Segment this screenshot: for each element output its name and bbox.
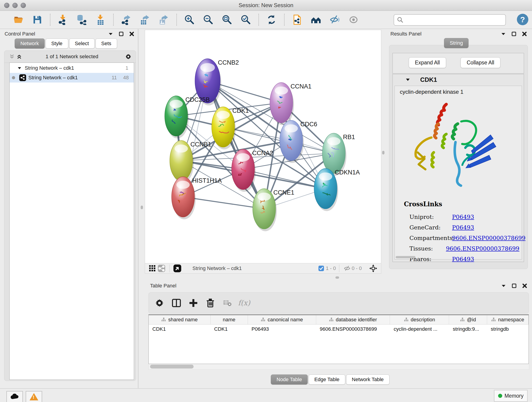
network-row-label: String Network – cdk1 <box>28 75 78 81</box>
table-cell[interactable]: CDK1 <box>149 325 210 334</box>
hidden-eye-icon[interactable] <box>342 264 352 273</box>
network-collection-row[interactable]: String Network – cdk1 1 <box>10 64 134 72</box>
network-view-icon[interactable] <box>157 264 166 273</box>
results-panel-collapse-icon[interactable] <box>500 31 507 37</box>
results-panel-float-icon[interactable] <box>510 31 517 37</box>
network-canvas[interactable]: CCNB2CCNA1CDC25BCDK1CDC6RB1CCNB1CCNA2CDK… <box>145 30 381 263</box>
birds-eye-view-icon[interactable] <box>173 264 182 273</box>
import-network-file-button[interactable] <box>56 13 70 26</box>
collapse-all-button[interactable]: Collapse All <box>461 57 500 68</box>
warning-button[interactable] <box>26 391 42 402</box>
table-settings-gear-icon[interactable] <box>152 296 167 310</box>
help-button[interactable]: ? <box>517 14 528 25</box>
table-tab-edge-table[interactable]: Edge Table <box>309 375 345 385</box>
table-panel-close-icon[interactable] <box>521 282 528 289</box>
table-cell[interactable]: 9606.ENSP00000378699 <box>316 325 390 334</box>
column-header-canonical-name[interactable]: canonical name <box>248 315 316 324</box>
scrollbar-thumb[interactable] <box>150 365 194 369</box>
node-CCNE1[interactable]: CCNE1 <box>253 189 294 231</box>
hide-selected-button[interactable] <box>328 13 341 26</box>
table-panel-collapse-icon[interactable] <box>500 282 507 289</box>
table-tab-network-table[interactable]: Network Table <box>346 375 389 385</box>
crosslink-link[interactable]: P06493 <box>452 224 474 231</box>
show-columns-icon[interactable] <box>169 296 184 310</box>
tree-expand-icon[interactable] <box>17 66 22 70</box>
column-header-namespace[interactable]: namespace <box>487 315 529 324</box>
grid-view-icon[interactable] <box>148 264 157 273</box>
tab-network[interactable]: Network <box>15 38 45 49</box>
node-CDC25B[interactable]: CDC25B <box>165 96 210 138</box>
svg-text:f(x): f(x) <box>238 299 251 307</box>
column-header-database-identifier[interactable]: database identifier <box>316 315 390 324</box>
crosslink-link[interactable]: 9606.ENSP00000378699 <box>452 235 526 241</box>
crosslink-link[interactable]: 9606.ENSP00000378699 <box>446 245 519 252</box>
node-CCNA1[interactable]: CCNA1 <box>270 83 312 125</box>
collapse-all-networks-icon[interactable] <box>8 53 15 60</box>
show-all-button[interactable] <box>347 13 360 26</box>
tab-sets[interactable]: Sets <box>95 38 117 49</box>
table-cell[interactable]: stringdb <box>487 325 529 334</box>
tab-select[interactable]: Select <box>69 38 95 49</box>
expand-all-button[interactable]: Expand All <box>409 57 446 68</box>
table-row[interactable]: CDK1CDK1P064939606.ENSP00000378699cyclin… <box>149 325 529 334</box>
column-header-shared-name[interactable]: shared name <box>149 315 210 324</box>
gene-section-header[interactable]: CDK1 <box>393 74 524 85</box>
network-options-gear-icon[interactable] <box>125 53 132 60</box>
tab-style[interactable]: Style <box>46 38 68 49</box>
export-network-button[interactable] <box>120 13 133 26</box>
control-panel-collapse-icon[interactable] <box>107 31 114 37</box>
results-scrollbar-thumb[interactable] <box>396 256 415 258</box>
node-HIST1H1A[interactable]: HIST1H1A <box>172 177 222 219</box>
node-CCNB1[interactable]: CCNB1 <box>170 140 211 183</box>
selected-checkbox-icon[interactable] <box>317 264 326 273</box>
zoom-in-button[interactable] <box>183 13 196 26</box>
crosslink-link[interactable]: P06493 <box>452 256 474 262</box>
zoom-fit-button[interactable] <box>220 13 234 26</box>
control-panel-close-icon[interactable] <box>128 31 135 37</box>
table-cell[interactable]: cyclin-dependent ... <box>390 325 449 334</box>
table-tab-node-table[interactable]: Node Table <box>271 375 308 385</box>
right-splitter-handle[interactable] <box>382 151 385 154</box>
table-horizontal-scrollbar[interactable] <box>148 364 529 370</box>
tab-string[interactable]: String <box>444 38 469 48</box>
pan-crosshair-icon[interactable] <box>369 264 378 273</box>
zoom-selected-button[interactable] <box>239 13 253 26</box>
table-panel-float-icon[interactable] <box>511 282 518 289</box>
network-row-selected[interactable]: String Network – cdk1 11 48 <box>10 73 134 83</box>
memory-button[interactable]: Memory <box>494 390 527 402</box>
bottom-splitter-handle[interactable] <box>336 276 339 279</box>
cloud-button[interactable] <box>6 391 23 402</box>
search-input[interactable] <box>404 15 505 25</box>
export-table-button[interactable] <box>138 13 152 26</box>
export-image-button[interactable] <box>157 13 171 26</box>
crosslink-link[interactable]: P06493 <box>452 214 474 220</box>
table-cell[interactable]: stringdb:9... <box>449 325 487 334</box>
table-cell[interactable]: P06493 <box>248 325 316 334</box>
table-cell[interactable]: CDK1 <box>210 325 248 334</box>
add-column-icon[interactable] <box>186 296 201 310</box>
main-toolbar: ? <box>0 11 532 29</box>
zoom-out-button[interactable] <box>202 13 215 26</box>
control-panel-float-icon[interactable] <box>118 31 125 37</box>
table-panel-header: Table Panel <box>150 282 528 289</box>
apply-layout-button[interactable] <box>265 13 278 26</box>
import-table-button[interactable] <box>94 13 107 26</box>
node-CCNA2[interactable]: CCNA2 <box>232 149 273 192</box>
first-neighbors-button[interactable] <box>309 13 323 26</box>
node-CDC6[interactable]: CDC6 <box>280 120 317 163</box>
section-collapse-icon[interactable] <box>405 77 410 82</box>
save-session-button[interactable] <box>31 13 44 26</box>
network-from-selection-button[interactable] <box>291 13 304 26</box>
left-splitter-handle[interactable] <box>141 206 143 209</box>
open-session-button[interactable] <box>12 13 25 26</box>
node-CDK1[interactable]: CDK1 <box>212 107 249 149</box>
import-network-database-button[interactable] <box>75 13 89 26</box>
expand-all-networks-icon[interactable] <box>16 53 23 60</box>
current-network-dot-icon <box>12 76 15 79</box>
column-header-id[interactable]: @id <box>449 315 487 324</box>
results-panel-close-icon[interactable] <box>521 31 528 37</box>
node-CDKN1A[interactable]: CDKN1A <box>314 168 360 211</box>
column-header-name[interactable]: name <box>210 315 248 324</box>
column-header-description[interactable]: description <box>390 315 449 324</box>
delete-column-trash-icon[interactable] <box>203 296 217 310</box>
